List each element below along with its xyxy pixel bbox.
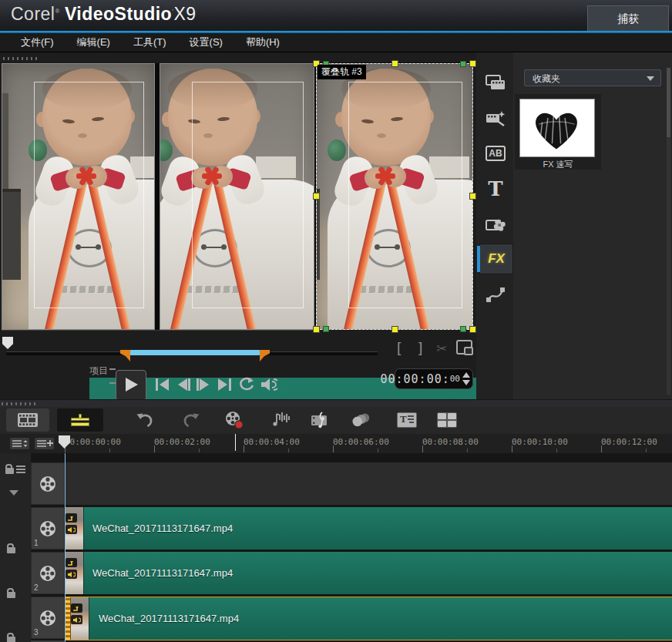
undo-button[interactable] xyxy=(134,410,156,430)
overlay-selection-marquee[interactable] xyxy=(316,63,473,330)
mark-in-button[interactable]: [ xyxy=(397,339,401,356)
filter-tab-selected[interactable]: FX xyxy=(479,244,513,274)
media-icon xyxy=(485,73,506,92)
split-clip-scissors-button[interactable]: ✂ xyxy=(436,341,447,357)
preview-canvas: 覆叠轨 #3 xyxy=(2,63,473,331)
menu-help[interactable]: 帮助(H) xyxy=(234,35,291,49)
resize-handle-e[interactable] xyxy=(469,193,476,200)
repeat-button[interactable] xyxy=(237,376,256,393)
transition-tab[interactable]: AB xyxy=(479,139,512,168)
preview-pane-3-selected[interactable]: 覆叠轨 #3 xyxy=(316,63,473,330)
distort-handle-green[interactable] xyxy=(460,326,466,332)
timeline-clip[interactable]: WeChat_20171113171647.mp4 xyxy=(65,507,672,550)
track-lane[interactable]: WeChat_20171113171647.mp4 xyxy=(65,597,672,639)
scrubber-playhead[interactable] xyxy=(2,337,13,349)
sound-mixer-button[interactable] xyxy=(270,410,291,430)
instant-project-tab[interactable] xyxy=(479,103,512,133)
track-lock-icon[interactable] xyxy=(7,637,15,642)
panel-drag-handle[interactable] xyxy=(3,57,37,60)
overlay-track-header-button[interactable]: 3 xyxy=(31,597,65,639)
preview-pane-1[interactable] xyxy=(2,63,155,330)
audio-badge-icon xyxy=(66,570,77,579)
overlay-track-row-2: 2 WeChat_20171113171647.mp4 xyxy=(31,552,672,594)
timeline-ruler[interactable]: 00:00:00:00 00:00:02:00 00:00:04:00 00:0… xyxy=(0,434,672,454)
play-button[interactable] xyxy=(116,370,146,401)
trim-start-handle[interactable] xyxy=(120,350,130,361)
record-capture-button[interactable] xyxy=(223,410,245,430)
enlarge-preview-button[interactable] xyxy=(456,340,472,355)
resize-handle-w[interactable] xyxy=(313,193,320,200)
empty-track-lane[interactable] xyxy=(65,462,672,505)
track-lock-icon[interactable] xyxy=(7,592,15,598)
storyboard-view-button[interactable] xyxy=(6,408,49,432)
menu-tools[interactable]: 工具(T) xyxy=(122,35,178,49)
track-manager-button[interactable] xyxy=(9,437,30,450)
spinner-down-icon[interactable] xyxy=(462,380,470,385)
subtitle-editor-button[interactable]: T xyxy=(396,410,418,430)
scrollbar-thumb[interactable] xyxy=(667,68,670,137)
gallery-dropdown[interactable]: 收藏夹 xyxy=(524,69,661,86)
overlay-track-label: 覆叠轨 #3 xyxy=(318,65,366,79)
volume-button[interactable] xyxy=(259,376,277,393)
graphics-tab[interactable] xyxy=(479,210,512,239)
logo-version: X9 xyxy=(173,4,196,24)
trim-end-handle[interactable] xyxy=(260,350,270,361)
resize-handle-se[interactable] xyxy=(469,326,476,333)
timeline-clip[interactable]: WeChat_20171113171647.mp4 xyxy=(65,552,672,594)
resize-handle-s[interactable] xyxy=(391,326,398,333)
overlay-bounds-outline xyxy=(34,82,144,308)
overlay-track-header-button[interactable]: 1 xyxy=(31,507,65,550)
collapse-tracks-arrow[interactable] xyxy=(9,490,18,496)
spinner-up-icon[interactable] xyxy=(462,372,470,378)
logo-corel: Corel xyxy=(11,4,55,24)
track-lane[interactable]: WeChat_20171113171647.mp4 xyxy=(65,507,672,550)
menu-settings[interactable]: 设置(S) xyxy=(178,35,234,49)
motion-tracking-button[interactable] xyxy=(350,410,371,430)
timeline-clip-selected[interactable]: WeChat_20171113171647.mp4 xyxy=(65,597,672,640)
video-track-row xyxy=(31,462,672,505)
menu-edit[interactable]: 编辑(E) xyxy=(66,35,122,49)
lock-all-tracks-icon[interactable] xyxy=(5,468,14,474)
resize-handle-n[interactable] xyxy=(391,60,398,67)
title-tab[interactable]: T xyxy=(479,174,512,203)
capture-tab[interactable]: 捕获 xyxy=(587,5,669,32)
go-end-button[interactable] xyxy=(216,376,234,393)
photo-balloon xyxy=(160,139,173,161)
timeline-playhead-line xyxy=(65,453,66,642)
track-lock-icon[interactable] xyxy=(7,547,15,553)
track-lane[interactable]: WeChat_20171113171647.mp4 xyxy=(65,552,672,594)
split-screen-creator-button[interactable] xyxy=(436,410,458,430)
distort-handle-green[interactable] xyxy=(460,61,466,67)
library-item-thumbnail[interactable] xyxy=(519,99,595,157)
clip-trim-handle[interactable] xyxy=(65,597,71,640)
menu-bar: 文件(F) 编辑(E) 工具(T) 设置(S) 帮助(H) xyxy=(0,33,672,52)
preview-panel: 覆叠轨 #3 [ ] ✂ 项目 素材 xyxy=(0,52,477,399)
clip-thumbnail xyxy=(65,552,84,594)
mark-out-button[interactable]: ] xyxy=(418,339,422,356)
ruler-scale[interactable]: 00:00:00:00 00:00:02:00 00:00:04:00 00:0… xyxy=(59,434,672,452)
motion-path-tab[interactable] xyxy=(479,280,512,309)
overlay-track-header-button[interactable]: 2 xyxy=(31,552,65,594)
library-scrollbar[interactable] xyxy=(667,68,670,395)
resize-handle-sw[interactable] xyxy=(313,326,320,333)
auto-music-button[interactable] xyxy=(310,410,331,430)
divider-drag-handle[interactable] xyxy=(2,402,35,405)
go-start-button[interactable] xyxy=(153,376,171,393)
track-list-icon[interactable] xyxy=(16,466,25,474)
timecode-spinner[interactable] xyxy=(462,372,470,386)
add-track-button[interactable] xyxy=(34,437,55,450)
redo-button[interactable] xyxy=(180,410,202,430)
distort-handle-green[interactable] xyxy=(323,326,329,332)
subtitle-editor-icon: T xyxy=(397,412,417,428)
project-mode-label[interactable]: 项目 xyxy=(89,365,108,378)
video-track-header-button[interactable] xyxy=(31,462,65,505)
timeline-view-button-selected[interactable] xyxy=(57,408,103,432)
resize-handle-ne[interactable] xyxy=(469,60,476,67)
media-library-tab[interactable] xyxy=(479,68,512,97)
next-frame-button[interactable] xyxy=(194,376,213,393)
trim-range-bar[interactable] xyxy=(129,350,260,355)
preview-pane-2[interactable] xyxy=(160,63,314,330)
clip-filename: WeChat_20171113171647.mp4 xyxy=(92,567,233,579)
previous-frame-button[interactable] xyxy=(174,376,193,393)
menu-file[interactable]: 文件(F) xyxy=(9,35,66,49)
